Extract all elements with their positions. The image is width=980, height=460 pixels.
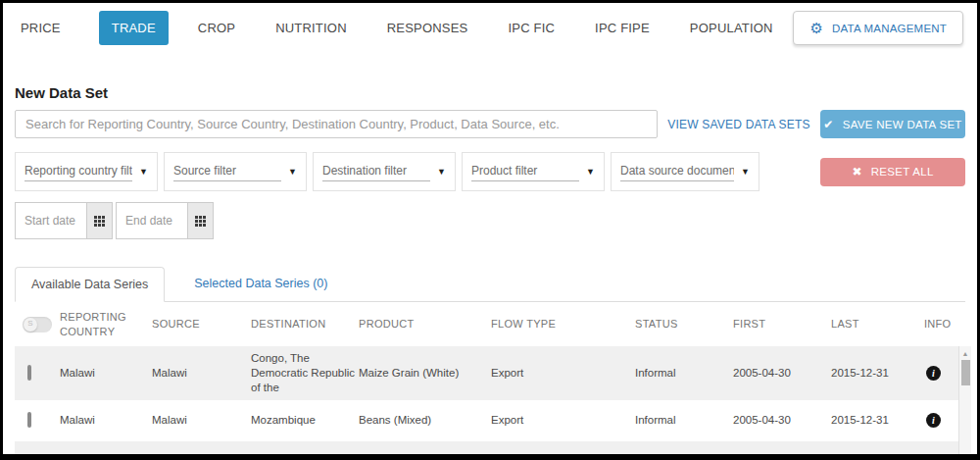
data-source-document-filter[interactable]: ▼ bbox=[611, 152, 760, 191]
tab-crop[interactable]: CROP bbox=[198, 11, 235, 45]
cell-flow-type: Export bbox=[491, 441, 635, 460]
table-scrollbar[interactable]: ▲ bbox=[958, 346, 971, 460]
cell-last: 2015-12-31 bbox=[831, 400, 912, 441]
cell-status: Informal bbox=[635, 346, 733, 400]
cell-source: Malawi bbox=[152, 441, 251, 460]
reporting-country-filter-input[interactable] bbox=[24, 162, 132, 181]
tab-available-data-series[interactable]: Available Data Series bbox=[15, 267, 165, 302]
cell-first: 2005-04-30 bbox=[733, 400, 831, 441]
cell-source: Malawi bbox=[152, 400, 251, 441]
filters-row: ▼ ▼ ▼ ▼ ▼ ✖ RESET ALL bbox=[15, 152, 965, 191]
reset-all-label: RESET ALL bbox=[871, 166, 934, 178]
data-management-label: DATA MANAGEMENT bbox=[832, 23, 947, 34]
row-checkbox[interactable] bbox=[27, 365, 31, 381]
chevron-down-icon: ▼ bbox=[139, 167, 148, 177]
tab-ipc-fipe[interactable]: IPC FIPE bbox=[595, 11, 650, 45]
scroll-up-icon[interactable]: ▲ bbox=[959, 346, 971, 357]
col-header-source: SOURCE bbox=[152, 302, 251, 346]
cell-destination: Congo, The Democratic Republic of the bbox=[251, 346, 359, 400]
start-date-group bbox=[15, 202, 113, 239]
chevron-down-icon: ▼ bbox=[288, 167, 297, 177]
col-header-product: PRODUCT bbox=[359, 302, 491, 346]
cell-reporting-country: Malawi bbox=[60, 400, 152, 441]
cell-product: Maize Grain (White) bbox=[359, 441, 491, 460]
product-filter-input[interactable] bbox=[471, 162, 579, 181]
search-input[interactable] bbox=[15, 110, 658, 138]
tab-trade[interactable]: TRADE bbox=[99, 11, 169, 45]
gear-icon: ⚙ bbox=[809, 21, 823, 35]
cell-first: 2005-04-30 bbox=[733, 346, 831, 400]
cell-reporting-country: Malawi bbox=[60, 441, 152, 460]
info-icon[interactable]: i bbox=[926, 413, 941, 428]
col-header-destination: DESTINATION bbox=[251, 302, 359, 346]
dates-row bbox=[15, 202, 965, 239]
table-row[interactable]: Malawi Malawi Mozambique Maize Grain (Wh… bbox=[15, 441, 958, 460]
toggle-knob: S bbox=[24, 318, 37, 332]
source-filter-input[interactable] bbox=[173, 162, 281, 181]
main-content: New Data Set VIEW SAVED DATA SETS ✔ SAVE… bbox=[3, 84, 977, 460]
cell-reporting-country: Malawi bbox=[60, 346, 152, 400]
tab-price[interactable]: PRICE bbox=[21, 11, 61, 45]
search-row: VIEW SAVED DATA SETS ✔ SAVE NEW DATA SET bbox=[15, 110, 965, 138]
cell-product: Beans (Mixed) bbox=[359, 400, 491, 441]
calendar-icon bbox=[94, 216, 105, 227]
tab-responses[interactable]: RESPONSES bbox=[387, 11, 468, 45]
x-icon: ✖ bbox=[852, 166, 861, 178]
select-all-toggle[interactable]: S bbox=[23, 317, 52, 332]
destination-filter-input[interactable] bbox=[322, 162, 430, 181]
chevron-down-icon: ▼ bbox=[741, 167, 750, 177]
info-icon[interactable]: i bbox=[926, 366, 941, 381]
scrollbar-thumb[interactable] bbox=[961, 360, 970, 385]
end-date-group bbox=[116, 202, 214, 239]
col-header-reporting-country: REPORTING COUNTRY bbox=[60, 302, 152, 346]
cell-status: Informal bbox=[635, 441, 733, 460]
reporting-country-filter[interactable]: ▼ bbox=[15, 152, 158, 191]
col-header-info: INFO bbox=[912, 302, 958, 346]
end-date-calendar-button[interactable] bbox=[187, 202, 214, 239]
table-header-row: S REPORTING COUNTRY SOURCE DESTINATION P… bbox=[15, 302, 958, 346]
tab-population[interactable]: POPULATION bbox=[690, 11, 773, 45]
cell-last: 2015-12-31 bbox=[831, 441, 912, 460]
table-row[interactable]: Malawi Malawi Congo, The Democratic Repu… bbox=[15, 346, 958, 400]
col-header-status: STATUS bbox=[635, 302, 733, 346]
cell-product: Maize Grain (White) bbox=[359, 346, 491, 400]
data-management-button[interactable]: ⚙ DATA MANAGEMENT bbox=[793, 11, 963, 45]
cell-flow-type: Export bbox=[491, 400, 635, 441]
product-filter[interactable]: ▼ bbox=[462, 152, 605, 191]
source-filter[interactable]: ▼ bbox=[164, 152, 307, 191]
col-header-flow-type: FLOW TYPE bbox=[491, 302, 635, 346]
cell-last: 2015-12-31 bbox=[831, 346, 912, 400]
calendar-icon bbox=[195, 216, 206, 227]
app-window: PRICE TRADE CROP NUTRITION RESPONSES IPC… bbox=[0, 0, 980, 460]
cell-destination: Mozambique bbox=[251, 400, 359, 441]
save-new-data-set-label: SAVE NEW DATA SET bbox=[843, 119, 962, 130]
page-title: New Data Set bbox=[15, 84, 965, 101]
reset-all-button[interactable]: ✖ RESET ALL bbox=[820, 158, 965, 186]
check-icon: ✔ bbox=[823, 119, 833, 130]
view-saved-data-sets-link[interactable]: VIEW SAVED DATA SETS bbox=[658, 118, 820, 131]
destination-filter[interactable]: ▼ bbox=[313, 152, 456, 191]
cell-flow-type: Export bbox=[491, 346, 635, 400]
chevron-down-icon: ▼ bbox=[437, 167, 446, 177]
row-checkbox[interactable] bbox=[27, 412, 31, 428]
start-date-input[interactable] bbox=[15, 202, 86, 239]
tab-ipc-fic[interactable]: IPC FIC bbox=[508, 11, 555, 45]
cell-destination: Mozambique bbox=[251, 441, 359, 460]
col-header-last: LAST bbox=[831, 302, 912, 346]
cell-first: 2005-04-30 bbox=[733, 441, 831, 460]
data-series-table: S REPORTING COUNTRY SOURCE DESTINATION P… bbox=[15, 302, 971, 460]
table-row[interactable]: Malawi Malawi Mozambique Beans (Mixed) E… bbox=[15, 400, 958, 441]
tab-selected-data-series[interactable]: Selected Data Series (0) bbox=[178, 267, 343, 301]
col-header-first: FIRST bbox=[733, 302, 831, 346]
start-date-calendar-button[interactable] bbox=[86, 202, 113, 239]
data-source-document-filter-input[interactable] bbox=[620, 162, 734, 181]
row-checkbox[interactable] bbox=[27, 456, 31, 460]
cell-status: Informal bbox=[635, 400, 733, 441]
cell-source: Malawi bbox=[152, 346, 251, 400]
chevron-down-icon: ▼ bbox=[586, 167, 595, 177]
save-new-data-set-button[interactable]: ✔ SAVE NEW DATA SET bbox=[820, 110, 965, 138]
top-navbar: PRICE TRADE CROP NUTRITION RESPONSES IPC… bbox=[3, 3, 977, 48]
tab-nutrition[interactable]: NUTRITION bbox=[275, 11, 347, 45]
series-tabs: Available Data Series Selected Data Seri… bbox=[15, 267, 965, 302]
end-date-input[interactable] bbox=[116, 202, 187, 239]
